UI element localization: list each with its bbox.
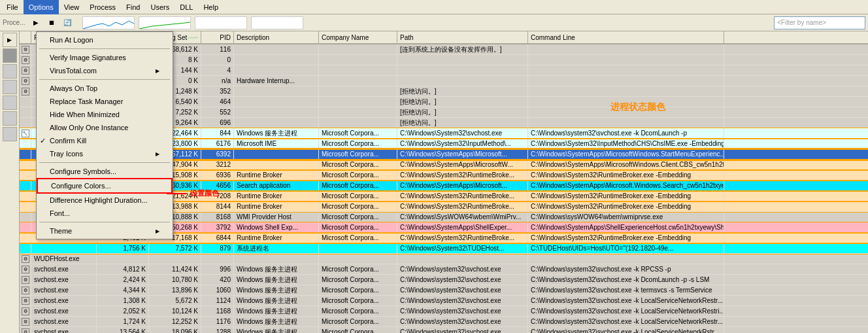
menu-option-run-at-logon[interactable]: Run At Logon bbox=[37, 33, 173, 46]
table-row[interactable]: ⚙ svchost.exe 4,812 K 11,424 K 996 Windo… bbox=[20, 264, 868, 275]
sidebar-icon-4[interactable] bbox=[3, 80, 17, 94]
table-row[interactable]: ⚙ svchost.exe 13,564 K 18,096 K 1288 Win… bbox=[20, 327, 868, 333]
menu-separator-3 bbox=[39, 162, 170, 163]
cpu-sparkline bbox=[82, 16, 135, 29]
menu-option-configure-symbols[interactable]: Configure Symbols... bbox=[37, 165, 173, 178]
menu-option-configure-colors[interactable]: Configure Colors... bbox=[37, 178, 173, 194]
menu-option-replace-task-manager[interactable]: Replace Task Manager bbox=[37, 95, 173, 108]
table-row[interactable]: ⚙ svchost.exe 2,424 K 10,780 K 420 Windo… bbox=[20, 275, 868, 285]
submenu-arrow-virustotal: ▶ bbox=[156, 68, 159, 74]
menu-dll[interactable]: DLL bbox=[175, 0, 198, 14]
sidebar: ▶ bbox=[0, 31, 20, 333]
sidebar-icon-5[interactable] bbox=[3, 96, 17, 110]
menu-option-tray-icons[interactable]: Tray Icons ▶ bbox=[37, 147, 173, 160]
menu-view[interactable]: View bbox=[59, 0, 85, 14]
options-dropdown-menu: Run At Logon Verify Image Signatures Vir… bbox=[36, 31, 173, 239]
table-row[interactable]: ⚙ svchost.exe 4,344 K 13,896 K 1060 Wind… bbox=[20, 285, 868, 296]
submenu-arrow-tray-icons: ▶ bbox=[156, 151, 159, 157]
toolbar-btn-2[interactable]: ⏹ bbox=[44, 16, 59, 30]
table-row[interactable]: 1,756 K 7,572 K 879 系统进程名 C:\Windows\Sys… bbox=[20, 243, 868, 254]
disk-sparkline bbox=[195, 16, 247, 29]
process-label: Proce... bbox=[3, 19, 25, 26]
menu-bar: File Options View Process Find Users DLL… bbox=[0, 0, 868, 14]
table-row[interactable]: ⚙ svchost.exe 1,308 K 5,672 K 1124 Windo… bbox=[20, 296, 868, 306]
col-path[interactable]: Path bbox=[397, 31, 528, 43]
sidebar-icon-6[interactable] bbox=[3, 111, 17, 126]
menu-separator-1 bbox=[39, 48, 170, 49]
toolbar: Proce... ▶ ⏹ 🔄 <Filter by name> bbox=[0, 14, 868, 31]
memory-sparkline bbox=[139, 16, 191, 29]
col-description[interactable]: Description bbox=[234, 31, 319, 43]
menu-option-theme[interactable]: Theme ▶ bbox=[37, 224, 173, 237]
col-company[interactable]: Company Name bbox=[319, 31, 397, 43]
table-row[interactable]: ⚙ svchost.exe 1,724 K 12,252 K 1176 Wind… bbox=[20, 317, 868, 327]
menu-users[interactable]: Users bbox=[145, 0, 175, 14]
col-pid[interactable]: PID bbox=[201, 31, 234, 43]
toolbar-btn-3[interactable]: 🔄 bbox=[60, 16, 75, 30]
menu-option-verify-image[interactable]: Verify Image Signatures bbox=[37, 51, 173, 64]
col-icon[interactable] bbox=[20, 31, 31, 43]
sidebar-icon-1[interactable]: ▶ bbox=[3, 33, 17, 47]
filter-placeholder: <Filter by name> bbox=[777, 19, 826, 26]
filter-box: <Filter by name> bbox=[774, 16, 865, 29]
menu-option-font[interactable]: Font... bbox=[37, 207, 173, 220]
menu-option-virustotal[interactable]: VirusTotal.com ▶ bbox=[37, 64, 173, 77]
menu-option-allow-one-instance[interactable]: Allow Only One Instance bbox=[37, 121, 173, 134]
menu-help[interactable]: Help bbox=[198, 0, 224, 14]
menu-option-hide-when-minimized[interactable]: Hide When Minimized bbox=[37, 108, 173, 121]
menu-separator-4 bbox=[39, 222, 170, 222]
submenu-arrow-theme: ▶ bbox=[156, 228, 159, 234]
menu-separator-2 bbox=[39, 79, 170, 80]
table-row[interactable]: ⚙ WUDFHost.exe bbox=[20, 254, 868, 264]
menu-find[interactable]: Find bbox=[121, 0, 145, 14]
network-sparkline bbox=[251, 16, 303, 29]
menu-option-confirm-kill[interactable]: Confirm Kill bbox=[37, 134, 173, 147]
col-cmdline[interactable]: Command Line bbox=[528, 31, 724, 43]
sidebar-icon-2[interactable] bbox=[3, 48, 17, 63]
menu-option-diff-highlight[interactable]: Difference Highlight Duration... bbox=[37, 194, 173, 207]
menu-file[interactable]: File bbox=[1, 0, 24, 14]
menu-option-always-on-top[interactable]: Always On Top bbox=[37, 82, 173, 95]
menu-process[interactable]: Process bbox=[84, 0, 121, 14]
table-row[interactable]: ⚙ svchost.exe 2,052 K 10,124 K 1168 Wind… bbox=[20, 306, 868, 317]
toolbar-btn-1[interactable]: ▶ bbox=[29, 16, 43, 30]
menu-options[interactable]: Options bbox=[24, 0, 59, 14]
sidebar-icon-7[interactable] bbox=[3, 127, 17, 141]
sidebar-icon-3[interactable] bbox=[3, 64, 17, 79]
